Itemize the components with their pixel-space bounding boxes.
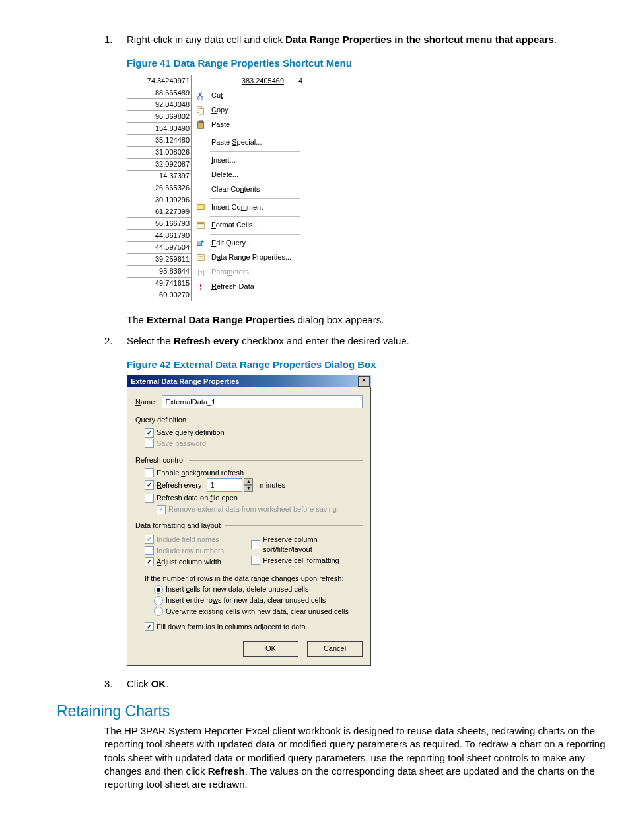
step-2: Select the Refresh every checkbox and en…	[104, 334, 610, 666]
fig41-top-cell: 383.24054694	[192, 75, 304, 87]
refresh-every-input[interactable]: 1	[207, 478, 242, 492]
group-query-definition: Query definition Save query definition S…	[135, 415, 363, 449]
paste-icon	[194, 120, 207, 130]
data-cell[interactable]: 96.369802	[127, 111, 191, 123]
data-cell[interactable]: 60.00270	[127, 289, 191, 301]
menu-parameters: [?] Parameters...	[192, 265, 304, 280]
data-cell[interactable]: 39.259611	[127, 254, 191, 266]
svg-text:[?]: [?]	[198, 269, 205, 276]
svg-rect-6	[197, 204, 205, 209]
menu-copy[interactable]: Copy	[192, 103, 304, 118]
svg-rect-5	[199, 120, 202, 122]
data-cell[interactable]: 44.597504	[127, 242, 191, 254]
menu-paste-special[interactable]: Paste Special...	[192, 135, 304, 150]
refresh-on-open-checkbox[interactable]	[145, 494, 154, 503]
data-cell[interactable]: 74.34240971	[127, 75, 191, 87]
data-cell[interactable]: 35.124480	[127, 135, 191, 147]
name-label: Name:	[135, 397, 157, 407]
save-password-checkbox	[145, 439, 154, 448]
copy-icon	[194, 105, 207, 116]
adjust-column-width-checkbox[interactable]	[145, 557, 154, 566]
menu-insert-comment[interactable]: Insert Comment	[192, 200, 304, 215]
data-cell[interactable]: 95.83644	[127, 266, 191, 278]
cancel-button[interactable]: Cancel	[307, 641, 363, 657]
scissors-icon	[194, 91, 207, 101]
data-cell[interactable]: 31.008026	[127, 147, 191, 159]
data-cell[interactable]: 61.227399	[127, 206, 191, 218]
format-icon	[194, 220, 207, 231]
data-cell[interactable]: 49.741615	[127, 278, 191, 289]
step-1-text-a: Right-click in any data cell and click	[127, 34, 285, 45]
radio-insert-rows[interactable]	[154, 596, 163, 605]
fig41-data-column: 74.34240971 88.665489 92.043048 96.36980…	[127, 75, 192, 301]
svg-point-12	[200, 288, 202, 290]
step-1-text-c: .	[554, 34, 557, 45]
section-paragraph: The HP 3PAR System Reporter Excel client…	[104, 724, 610, 791]
preserve-sort-checkbox[interactable]	[251, 540, 260, 549]
menu-data-range-properties[interactable]: Data Range Properties...	[192, 250, 304, 265]
svg-rect-3	[199, 108, 203, 114]
include-field-names-checkbox	[145, 535, 154, 544]
query-icon	[194, 238, 207, 248]
remove-external-checkbox	[157, 505, 166, 514]
menu-edit-query[interactable]: Edit Query...	[192, 236, 304, 250]
data-cell[interactable]: 30.109296	[127, 194, 191, 206]
data-cell[interactable]: 26.665326	[127, 182, 191, 194]
if-rows-label: If the number of rows in the data range …	[145, 574, 363, 584]
spinner-buttons[interactable]: ▲▼	[244, 478, 253, 492]
preserve-cell-format-checkbox[interactable]	[251, 556, 260, 565]
refresh-icon	[194, 282, 207, 292]
data-cell[interactable]: 154.80490	[127, 123, 191, 135]
data-cell[interactable]: 92.043048	[127, 99, 191, 111]
svg-point-1	[201, 96, 203, 99]
step-1-followup: The External Data Range Properties dialo…	[127, 313, 610, 326]
data-cell[interactable]: 56.166793	[127, 218, 191, 230]
refresh-every-checkbox[interactable]	[145, 480, 154, 490]
ok-button[interactable]: OK	[243, 641, 298, 657]
data-cell[interactable]: 44.861790	[127, 230, 191, 242]
context-menu: 383.24054694 Cut Copy	[191, 75, 304, 301]
data-cell[interactable]: 14.37397	[127, 171, 191, 182]
figure-41: 74.34240971 88.665489 92.043048 96.36980…	[127, 75, 610, 301]
include-row-numbers-checkbox	[145, 546, 154, 555]
step-1: Right-click in any data cell and click D…	[104, 33, 610, 326]
section-heading: Retaining Charts	[57, 703, 610, 720]
figure-42: External Data Range Properties × Name: E…	[127, 375, 610, 666]
data-cell[interactable]: 32.092087	[127, 159, 191, 171]
fill-down-checkbox[interactable]	[145, 622, 154, 631]
svg-rect-10	[197, 254, 205, 260]
dialog-title: External Data Range Properties	[131, 377, 239, 387]
menu-format-cells[interactable]: Format Cells...	[192, 218, 304, 233]
close-button[interactable]: ×	[358, 376, 370, 387]
svg-point-0	[197, 96, 200, 99]
properties-icon	[194, 252, 207, 263]
dialog-titlebar: External Data Range Properties ×	[127, 375, 371, 387]
page-content: Right-click in any data cell and click D…	[0, 0, 630, 840]
step-1-text-b: Data Range Properties in the shortcut me…	[285, 34, 554, 45]
menu-clear-contents[interactable]: Clear Contents	[192, 182, 304, 197]
menu-delete[interactable]: Delete...	[192, 168, 304, 182]
save-query-checkbox[interactable]	[145, 428, 154, 438]
menu-insert[interactable]: Insert...	[192, 153, 304, 168]
data-cell[interactable]: 88.665489	[127, 87, 191, 99]
parameters-icon: [?]	[194, 267, 207, 278]
group-refresh-control: Refresh control Enable background refres…	[135, 455, 363, 514]
menu-refresh-data[interactable]: Refresh Data	[192, 280, 304, 294]
svg-rect-8	[197, 222, 205, 224]
group-data-formatting: Data formatting and layout Include field…	[135, 521, 363, 632]
background-refresh-checkbox[interactable]	[145, 468, 154, 477]
step-3: Click OK.	[104, 677, 610, 691]
menu-cut[interactable]: Cut	[192, 89, 304, 103]
comment-icon	[194, 202, 207, 213]
radio-overwrite[interactable]	[154, 607, 163, 616]
menu-paste[interactable]: Paste	[192, 118, 304, 132]
figure-42-caption: Figure 42 External Data Range Properties…	[127, 358, 610, 371]
steps-list: Right-click in any data cell and click D…	[59, 33, 610, 691]
name-input[interactable]: ExternalData_1	[162, 395, 363, 408]
svg-rect-9	[197, 241, 202, 245]
radio-insert-cells[interactable]	[154, 585, 163, 594]
figure-41-caption: Figure 41 Data Range Properties Shortcut…	[127, 57, 610, 70]
